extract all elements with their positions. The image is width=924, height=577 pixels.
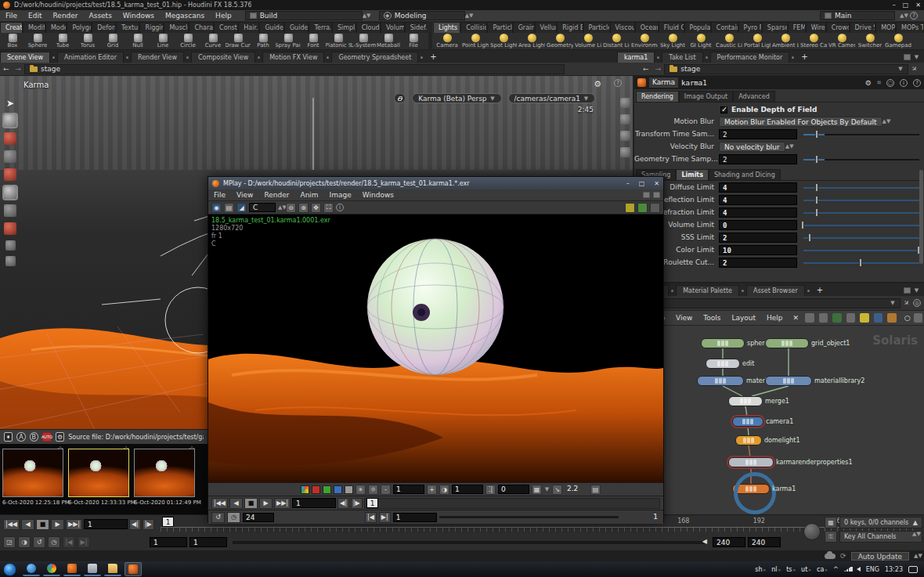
mplay-minimize-icon[interactable]: –: [626, 180, 630, 187]
camera-lock-toggle[interactable]: [394, 93, 406, 103]
renderer-select[interactable]: Karma (Beta) Persp▼: [412, 93, 501, 103]
zoom-out-icon[interactable]: ⊖: [286, 203, 296, 213]
mplay-range-track[interactable]: [439, 516, 619, 518]
gallery-thumbnail[interactable]: ☆ 6-Oct-2020 12:33:33 PM: [68, 449, 131, 514]
param-slider[interactable]: [803, 154, 919, 164]
snap-grid-icon[interactable]: [4, 204, 16, 217]
shelf-tab[interactable]: FEM: [788, 22, 806, 33]
mplay-window[interactable]: MPlay - D:/work/houdini/projects/test/re…: [208, 176, 664, 523]
channel-spinner-icon[interactable]: ▲▼: [278, 205, 283, 210]
play-button[interactable]: ▶: [51, 519, 64, 530]
desktop-spinner[interactable]: ▲▼: [363, 13, 368, 18]
shelf-tab[interactable]: Cloud...: [356, 22, 381, 33]
menu-item[interactable]: Tools: [698, 314, 726, 322]
layout-quad-icon[interactable]: [620, 114, 630, 124]
path-dropdown-icon[interactable]: ▼: [890, 301, 895, 305]
auto-update-select[interactable]: Auto Update: [851, 552, 909, 561]
graph-node[interactable]: merge1: [728, 396, 763, 406]
path-dropdown-icon[interactable]: ▼: [897, 67, 903, 71]
pane-maximize-icon[interactable]: [904, 54, 911, 60]
shelf-tool[interactable]: Box: [0, 33, 25, 50]
snapshot-net-icon[interactable]: [874, 313, 883, 323]
param-slider[interactable]: [803, 245, 919, 255]
camera-select[interactable]: /cameras/camera1▼: [508, 93, 595, 103]
params-path-field[interactable]: stage ▼: [664, 64, 908, 74]
tray-toolbar-item[interactable]: ca»: [817, 566, 828, 573]
display-options-gear-icon[interactable]: ⚙: [594, 79, 601, 89]
message-cloud-icon[interactable]: [825, 554, 836, 559]
search-icon[interactable]: ○: [904, 314, 911, 322]
slider-handle[interactable]: [815, 130, 818, 139]
pane-tab[interactable]: Asset Browser: [746, 285, 805, 296]
shelf-tab[interactable]: Hair...: [238, 22, 259, 33]
menu-item[interactable]: Render: [48, 12, 84, 20]
histogram-icon[interactable]: ▤: [590, 485, 601, 495]
menu-item[interactable]: File: [0, 12, 23, 20]
forward-arrow-icon[interactable]: →: [652, 65, 665, 73]
fps-clock-icon[interactable]: ◷: [48, 536, 60, 548]
taskbar-houdini-icon[interactable]: [63, 562, 81, 576]
add-pane-tab-button[interactable]: +: [425, 52, 441, 63]
exposure-icon[interactable]: ✳: [356, 485, 366, 495]
param-value-field[interactable]: 4: [719, 195, 797, 205]
params-scrollbar[interactable]: [919, 170, 923, 264]
snapshot-a-button[interactable]: A: [16, 432, 25, 442]
graph-node[interactable]: materiallibrary2: [765, 376, 812, 386]
offset-icon[interactable]: ⁚|: [485, 485, 496, 495]
param-slider[interactable]: [803, 233, 919, 243]
tab-close-dot[interactable]: [671, 290, 673, 292]
range-slider[interactable]: ◀: [233, 541, 707, 544]
secure-selection-icon[interactable]: [4, 114, 16, 127]
shelf-tab[interactable]: Drive S...: [850, 22, 876, 33]
shelf-tab[interactable]: Pyro FX: [738, 22, 762, 33]
blue-channel-icon[interactable]: [334, 485, 342, 494]
thumbnail-image[interactable]: [134, 449, 195, 497]
mplay-range-start-field[interactable]: 1: [393, 513, 437, 522]
range-left-icon[interactable]: |◀: [63, 536, 75, 548]
shelf-tab[interactable]: Volume: [381, 22, 405, 33]
menu-item[interactable]: Help: [761, 314, 789, 322]
step-forward-icon[interactable]: |▶: [351, 498, 363, 509]
translate-tool-icon[interactable]: [4, 132, 16, 145]
param-menu[interactable]: No velocity blur: [719, 142, 785, 152]
shelf-tool[interactable]: Line: [150, 33, 175, 50]
gamma-value[interactable]: 2.2: [565, 485, 588, 494]
dock-icon[interactable]: [643, 192, 650, 198]
info-icon[interactable]: i: [900, 79, 908, 87]
tab-close-dot[interactable]: [706, 56, 708, 59]
jump-end-button[interactable]: ▶▶|: [274, 498, 291, 509]
param-subtab[interactable]: Shading and Dicing: [709, 169, 781, 180]
audio-toggle-icon[interactable]: ◑: [18, 536, 31, 548]
keys-status-button[interactable]: 0 keys, 0/0 channels▲: [839, 517, 922, 528]
viewport-help-icon[interactable]: ?: [614, 79, 622, 87]
scale-tool-icon[interactable]: [4, 168, 16, 181]
loop-mode-icon[interactable]: ↺: [211, 512, 225, 523]
tray-toolbar-item[interactable]: ts»: [786, 566, 796, 573]
taskbar-explorer-icon[interactable]: [104, 562, 121, 576]
wireframe-icon[interactable]: [620, 147, 630, 157]
shelf-divider[interactable]: [428, 22, 432, 50]
graph-node[interactable]: domelight1: [735, 435, 762, 445]
range-end-field[interactable]: 240: [713, 537, 745, 547]
shelf-tab[interactable]: Muscles: [164, 22, 189, 33]
close-icon[interactable]: ✕: [915, 2, 921, 9]
shelf-tool[interactable]: Camera: [433, 33, 461, 50]
pane-tab[interactable]: Composite View: [191, 52, 255, 63]
param-tab[interactable]: Image Output: [679, 91, 733, 102]
scene-path-field[interactable]: stage: [24, 64, 565, 74]
slider-handle[interactable]: [808, 233, 811, 242]
tab-close-dot[interactable]: [792, 56, 794, 59]
pane-tab[interactable]: Scene View: [0, 52, 50, 63]
shelf-tool[interactable]: Torus: [75, 33, 100, 50]
pane-tab[interactable]: Geometry Spreadsheet: [331, 52, 418, 63]
select-tool-icon[interactable]: ➤: [6, 98, 14, 109]
tray-toolbar-item[interactable]: ut»: [801, 566, 811, 573]
play-reverse-button[interactable]: ◀: [21, 519, 34, 530]
refresh-icon[interactable]: ⟳: [840, 552, 846, 560]
shelf-tool[interactable]: VR Camera: [828, 33, 856, 50]
tree-icon[interactable]: [805, 313, 814, 323]
gear-icon[interactable]: ⚙: [865, 79, 872, 87]
slider-handle[interactable]: [815, 155, 818, 164]
jump-start-button[interactable]: |◀◀: [211, 498, 228, 509]
shelf-tab[interactable]: Simpl...: [332, 22, 356, 33]
